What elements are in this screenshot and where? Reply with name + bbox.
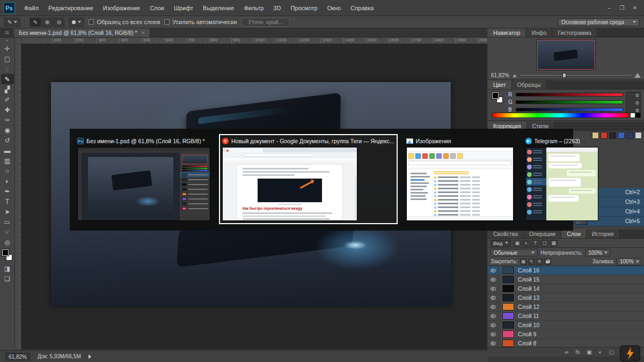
path-selection-tool[interactable]: ➤: [1, 206, 14, 217]
visibility-toggle[interactable]: [488, 302, 499, 312]
toolbar-collapse-icon[interactable]: »: [6, 38, 9, 43]
shape-layer-filter-icon[interactable]: ▢: [540, 240, 548, 247]
mini-ribbon-icon[interactable]: [457, 153, 463, 159]
sample-all-layers-option[interactable]: Образец со всех слоев: [89, 19, 160, 25]
layer-row[interactable]: Слой 9: [488, 330, 644, 339]
tab-history[interactable]: История: [587, 230, 620, 238]
mini-ribbon-icon[interactable]: [415, 153, 421, 159]
layer-row[interactable]: Слой 12: [488, 302, 644, 312]
zoom-out-icon[interactable]: [513, 74, 517, 77]
zoom-tool[interactable]: ◎: [1, 237, 14, 247]
auto-enhance-option[interactable]: Усилить автоматически: [164, 19, 237, 25]
tab-color[interactable]: Цвет: [488, 80, 512, 89]
overlay-app-badge[interactable]: [620, 346, 640, 361]
color-spectrum-ramp[interactable]: [492, 113, 629, 118]
layer-row[interactable]: Слой 13: [488, 293, 644, 302]
alt-tab-window-photoshop[interactable]: Ps Без имени-1.psd @ 61,8% (Слой 16, RGB…: [74, 134, 214, 224]
mini-chat-row[interactable]: [526, 156, 546, 163]
foreground-color-swatch[interactable]: [492, 92, 499, 99]
move-tool[interactable]: ✛: [1, 43, 14, 54]
refine-edge-button[interactable]: Уточн. край...: [241, 18, 290, 27]
hand-tool[interactable]: ☞: [1, 227, 14, 237]
menu-item-3[interactable]: Изображение: [98, 0, 145, 16]
mini-chat-row[interactable]: [526, 208, 546, 216]
layer-row[interactable]: Слой 11: [488, 312, 644, 321]
navigator-zoom-value[interactable]: 61,82%: [491, 72, 509, 78]
layer-row[interactable]: Слой 8: [488, 339, 644, 347]
slider-thumb[interactable]: [562, 73, 566, 78]
checkbox[interactable]: [164, 19, 170, 25]
tab-properties[interactable]: Свойства: [488, 230, 524, 238]
channel-value-field[interactable]: 0: [626, 99, 641, 106]
color-swatches-widget[interactable]: [1, 248, 14, 263]
lock-transparency-icon[interactable]: ▦: [520, 258, 527, 265]
channel-slider[interactable]: [516, 93, 623, 97]
visibility-toggle[interactable]: [488, 339, 499, 348]
lasso-tool[interactable]: ◌: [1, 64, 14, 74]
tab-close-icon[interactable]: ×: [142, 30, 145, 36]
tab-histogram[interactable]: Гистограмма: [552, 28, 597, 37]
style-swatch[interactable]: [635, 132, 642, 139]
mini-ribbon-icon[interactable]: [429, 153, 435, 159]
alt-tab-window-explorer[interactable]: Изображения: [403, 134, 517, 224]
navigator-zoom-slider[interactable]: [520, 75, 631, 76]
menu-item-11[interactable]: Справка: [346, 0, 378, 16]
mini-chat-row[interactable]: [526, 171, 546, 178]
menu-item-4[interactable]: Слои: [145, 0, 169, 16]
menu-item-6[interactable]: Выделение: [198, 0, 239, 16]
fill-select[interactable]: 100%: [617, 258, 641, 265]
dodge-tool[interactable]: ◐: [1, 176, 14, 186]
dock-toggle-icon[interactable]: ⇆: [0, 28, 14, 37]
horizontal-ruler[interactable]: 1002003004005006007008009001000110012001…: [21, 38, 487, 44]
photoshop-window-thumbnail[interactable]: [77, 147, 210, 221]
tab-actions[interactable]: Операции: [524, 230, 561, 238]
new-selection-icon[interactable]: ✎: [30, 18, 41, 27]
channel-slider[interactable]: [516, 108, 623, 112]
menu-item-8[interactable]: 3D: [268, 0, 286, 16]
visibility-toggle[interactable]: [488, 330, 499, 339]
blur-tool[interactable]: ○: [1, 166, 14, 176]
type-tool[interactable]: T: [1, 196, 14, 206]
smart-object-filter-icon[interactable]: ▦: [550, 240, 558, 247]
status-options-arrow[interactable]: [89, 354, 91, 359]
brush-size-picker[interactable]: [69, 18, 84, 27]
history-brush-tool[interactable]: ↺: [1, 135, 14, 145]
blend-mode-select[interactable]: Обычные: [491, 249, 538, 256]
marquee-tool[interactable]: ▢: [1, 54, 14, 64]
vertical-ruler[interactable]: [15, 44, 21, 350]
healing-brush-tool[interactable]: ✚: [1, 105, 14, 115]
tab-info[interactable]: Инфо: [526, 28, 552, 37]
alt-tab-window-telegram[interactable]: Telegram – (2263): [522, 134, 602, 224]
visibility-toggle[interactable]: [488, 293, 499, 302]
channel-value-field[interactable]: 0: [626, 92, 641, 98]
foreground-color-swatch[interactable]: [2, 249, 9, 256]
mini-ribbon-icon[interactable]: [450, 153, 456, 159]
foreground-background-colors[interactable]: [492, 92, 505, 105]
ramp-end-swatches[interactable]: [630, 113, 641, 118]
pen-tool[interactable]: ✒: [1, 186, 14, 196]
mini-chat-row[interactable]: [526, 186, 546, 193]
layer-style-icon[interactable]: fx: [575, 349, 580, 355]
subtract-from-selection-icon[interactable]: ⊖: [53, 18, 64, 27]
visibility-toggle[interactable]: [488, 312, 499, 321]
quick-selection-tool[interactable]: ✎: [1, 74, 14, 84]
tab-swatches[interactable]: Образцы: [512, 80, 547, 89]
crop-tool[interactable]: ▞: [1, 84, 14, 94]
layer-filter-select[interactable]: Вид: [491, 240, 511, 247]
visibility-toggle[interactable]: [488, 275, 499, 284]
checkbox[interactable]: [89, 19, 94, 25]
minimize-button[interactable]: –: [603, 1, 615, 16]
menu-item-2[interactable]: Редактирование: [43, 0, 98, 16]
style-swatch[interactable]: [601, 132, 608, 139]
style-swatch[interactable]: [609, 132, 616, 139]
opacity-select[interactable]: 100%: [586, 249, 610, 256]
style-swatch[interactable]: [618, 132, 625, 139]
mini-chat-row[interactable]: [526, 148, 546, 156]
mini-chat-row[interactable]: [526, 201, 546, 208]
status-zoom-field[interactable]: 61,82%: [5, 353, 30, 360]
pixel-layer-filter-icon[interactable]: ▣: [513, 240, 521, 247]
workspace-switcher[interactable]: Основная рабочая среда: [558, 18, 640, 26]
visibility-toggle[interactable]: [488, 266, 499, 275]
alt-tab-window-docs[interactable]: Y Новый документ - Google Документы, гру…: [219, 134, 398, 224]
maximize-button[interactable]: ❐: [616, 1, 628, 16]
